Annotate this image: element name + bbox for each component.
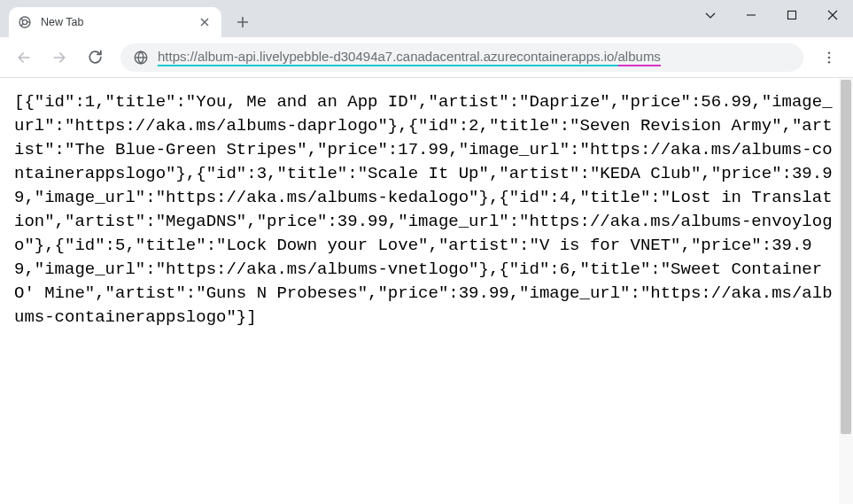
minimize-button[interactable]: [731, 0, 772, 30]
content-area: [{"id":1,"title":"You, Me and an App ID"…: [0, 78, 853, 504]
menu-button[interactable]: [814, 43, 844, 73]
titlebar: New Tab: [0, 0, 853, 37]
browser-tab[interactable]: New Tab: [9, 7, 221, 37]
url-host: https://album-api.livelypebble-d30494a7.…: [158, 49, 618, 66]
tab-title: New Tab: [41, 16, 188, 28]
new-tab-button[interactable]: [230, 10, 255, 35]
viewport: [{"id":1,"title":"You, Me and an App ID"…: [0, 78, 853, 504]
close-button[interactable]: [812, 0, 853, 30]
json-response-body: [{"id":1,"title":"You, Me and an App ID"…: [0, 78, 853, 342]
url-text: https://album-api.livelypebble-d30494a7.…: [158, 49, 661, 66]
chrome-favicon-icon: [18, 15, 32, 29]
back-button[interactable]: [9, 43, 39, 73]
toolbar: https://album-api.livelypebble-d30494a7.…: [0, 37, 853, 78]
svg-point-4: [828, 51, 831, 54]
svg-rect-2: [788, 12, 796, 19]
tab-strip: New Tab: [0, 0, 255, 37]
maximize-button[interactable]: [772, 0, 812, 30]
chevron-down-icon[interactable]: [690, 0, 731, 30]
svg-point-6: [828, 60, 831, 63]
window-controls: [690, 0, 853, 30]
svg-point-5: [828, 56, 831, 58]
scrollbar-thumb[interactable]: [841, 80, 851, 434]
address-bar[interactable]: https://album-api.livelypebble-d30494a7.…: [120, 43, 803, 72]
scrollbar-track[interactable]: [839, 78, 853, 504]
forward-button[interactable]: [44, 43, 74, 73]
tab-close-icon[interactable]: [197, 14, 213, 30]
url-path: albums: [618, 49, 661, 66]
globe-icon: [133, 50, 149, 66]
reload-button[interactable]: [80, 43, 110, 73]
